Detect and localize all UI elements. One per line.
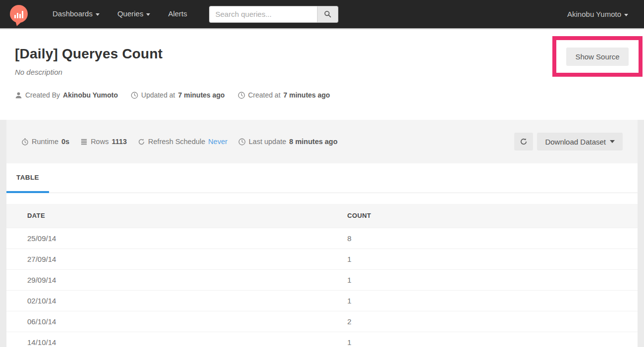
refresh-icon	[138, 138, 145, 146]
user-menu[interactable]: Akinobu Yumoto	[567, 10, 644, 18]
table-row: 02/10/141	[6, 290, 638, 311]
updated-at: Updated at 7 minutes ago	[131, 91, 225, 99]
rows-value: 1113	[111, 138, 127, 146]
chevron-down-icon	[96, 13, 100, 16]
column-header-date[interactable]: DATE	[6, 204, 347, 228]
refresh-schedule-stat: Refresh Schedule Never	[138, 138, 227, 146]
cell-count: 2	[347, 311, 638, 332]
cell-date: 02/10/14	[6, 290, 347, 311]
search-group	[209, 6, 338, 23]
tab-table[interactable]: TABLE	[6, 163, 49, 193]
cell-date: 25/09/14	[6, 228, 347, 248]
show-source-button[interactable]: Show Source	[566, 48, 628, 66]
created-at: Created at 7 minutes ago	[238, 91, 330, 99]
results-table: DATE COUNT 25/09/14827/09/14129/09/14102…	[6, 204, 638, 347]
table-row: 06/10/142	[6, 311, 638, 332]
chevron-down-icon	[146, 13, 150, 16]
refresh-button[interactable]	[514, 133, 533, 150]
page-body: Runtime 0s Rows 1113 Refresh Schedule Ne…	[0, 120, 644, 347]
search-input[interactable]	[210, 6, 317, 22]
nav-queries[interactable]: Queries	[108, 0, 160, 29]
top-navbar: Dashboards Queries Alerts Akinobu Yumoto	[0, 0, 644, 29]
cell-count: 1	[347, 269, 638, 290]
rows-icon	[80, 138, 88, 146]
cell-count: 1	[347, 332, 638, 347]
created-by-name: Akinobu Yumoto	[63, 91, 118, 99]
runtime-value: 0s	[61, 138, 69, 146]
clock-icon	[238, 138, 246, 146]
refresh-icon	[520, 138, 528, 146]
download-dataset-button[interactable]: Download Dataset	[537, 133, 623, 150]
query-results-card: Runtime 0s Rows 1113 Refresh Schedule Ne…	[6, 120, 638, 347]
table-row: 14/10/141	[6, 332, 638, 347]
nav-dashboards[interactable]: Dashboards	[44, 0, 108, 29]
cell-count: 1	[347, 290, 638, 311]
query-header: [Daily] Queryes Count No description Cre…	[0, 29, 644, 120]
search-icon	[324, 10, 331, 18]
cell-date: 29/09/14	[6, 269, 347, 290]
cell-count: 1	[347, 248, 638, 269]
created-value: 7 minutes ago	[283, 91, 330, 99]
table-row: 27/09/141	[6, 248, 638, 269]
results-tab-bar: TABLE	[6, 163, 638, 193]
user-icon	[15, 92, 22, 99]
redash-logo[interactable]	[10, 5, 29, 24]
results-table-wrap: DATE COUNT 25/09/14827/09/14129/09/14102…	[6, 193, 638, 347]
cell-date: 27/09/14	[6, 248, 347, 269]
column-header-count[interactable]: COUNT	[347, 204, 638, 228]
annotation-highlight-box: Show Source	[552, 36, 643, 77]
stopwatch-icon	[21, 138, 29, 146]
stats-panel: Runtime 0s Rows 1113 Refresh Schedule Ne…	[6, 120, 638, 163]
chevron-down-icon	[624, 14, 628, 16]
runtime-stat: Runtime 0s	[21, 138, 69, 146]
updated-value: 7 minutes ago	[178, 91, 225, 99]
cell-date: 14/10/14	[6, 332, 347, 347]
clock-icon	[238, 92, 245, 99]
query-description: No description	[15, 68, 644, 76]
page-title: [Daily] Queryes Count	[15, 29, 644, 62]
last-update-value: 8 minutes ago	[289, 138, 338, 146]
chevron-down-icon	[610, 140, 615, 143]
last-update-stat: Last update 8 minutes ago	[238, 138, 337, 146]
refresh-schedule-link[interactable]: Never	[208, 138, 227, 146]
cell-date: 06/10/14	[6, 311, 347, 332]
nav-alerts[interactable]: Alerts	[159, 0, 196, 29]
table-row: 29/09/141	[6, 269, 638, 290]
rows-stat: Rows 1113	[80, 138, 127, 146]
logo-chart-icon	[10, 5, 28, 23]
cell-count: 8	[347, 228, 638, 248]
created-by: Created By Akinobu Yumoto	[15, 91, 118, 99]
query-metadata: Created By Akinobu Yumoto Updated at 7 m…	[15, 91, 644, 99]
clock-icon	[131, 92, 138, 99]
table-header-row: DATE COUNT	[6, 204, 638, 228]
table-row: 25/09/148	[6, 228, 638, 248]
search-button[interactable]	[317, 6, 338, 22]
